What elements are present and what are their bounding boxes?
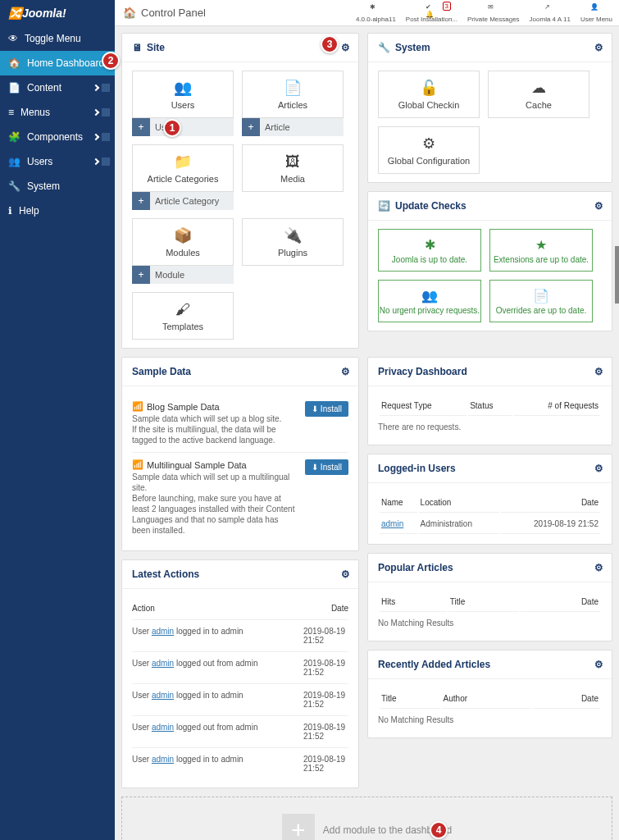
th: Date — [501, 493, 600, 513]
action-text: User admin logged in to admin — [132, 691, 244, 709]
quickadd-module[interactable]: +Module — [132, 266, 234, 284]
gear-icon[interactable]: ⚙ — [594, 659, 603, 670]
th: Name — [380, 493, 417, 513]
add-module-button[interactable]: + Add module to the dashboard 4 — [121, 797, 612, 840]
plus-icon: + — [282, 814, 315, 840]
sidebar-item-content[interactable]: 📄Content — [0, 75, 115, 100]
tile-icon: 📦 — [174, 226, 192, 244]
tile-users[interactable]: 👥Users — [132, 71, 234, 118]
user-link[interactable]: admin — [152, 691, 174, 700]
action-date: 2019-08-19 21:52 — [303, 659, 348, 677]
top-icon-label: Joomla 4 A 11 — [530, 16, 571, 23]
sidebar-item-label: Content — [27, 82, 61, 94]
top-icon-label: User Menu — [580, 16, 612, 23]
sidebar-item-toggle-menu[interactable]: 👁Toggle Menu — [0, 26, 115, 51]
tile-label: Article Categories — [148, 174, 219, 184]
quickadd-article[interactable]: +Article — [242, 118, 344, 136]
gear-icon[interactable]: ⚙ — [341, 568, 350, 580]
sidebar-item-menus[interactable]: ≡Menus — [0, 100, 115, 125]
expand-controls[interactable] — [93, 108, 110, 116]
home-icon: 🏠 — [8, 57, 20, 69]
sidebar-item-help[interactable]: ℹHelp — [0, 199, 115, 223]
dashboard-link-icon[interactable] — [102, 133, 110, 141]
status-tile[interactable]: ★Extensions are up to date. — [489, 229, 593, 272]
tile-cache[interactable]: ☁Cache — [488, 71, 589, 118]
gear-icon[interactable]: ⚙ — [594, 366, 603, 377]
tile-label: Articles — [278, 100, 307, 110]
sidebar-item-components[interactable]: 🧩Components — [0, 125, 115, 149]
tile-icon: 🖼 — [285, 153, 300, 171]
user-link[interactable]: admin — [152, 627, 174, 636]
tile-templates[interactable]: 🖌Templates — [132, 292, 234, 340]
gear-icon[interactable]: ⚙ — [341, 366, 350, 377]
gear-icon[interactable]: ⚙ — [594, 42, 603, 53]
user-link[interactable]: admin — [152, 659, 174, 668]
tile-media[interactable]: 🖼Media — [242, 144, 344, 192]
tile-global-checkin[interactable]: 🔓Global Checkin — [378, 71, 480, 118]
expand-controls[interactable] — [93, 133, 110, 141]
install-button[interactable]: ⬇ Install — [305, 459, 348, 475]
gear-icon[interactable]: ⚙ — [594, 463, 603, 474]
top-mail-icon[interactable]: ✉Private Messages — [467, 3, 520, 23]
tile-icon: 📁 — [174, 153, 192, 171]
action-date: 2019-08-19 21:52 — [303, 755, 348, 773]
top-joomla-icon[interactable]: ✱4.0.0-alpha11 — [356, 3, 396, 23]
site-tiles: 👥Users+User📄Articles+Article📁Article Cat… — [132, 71, 348, 340]
sidebar-item-users[interactable]: 👥Users — [0, 149, 115, 174]
user-icon: 👤 — [590, 3, 602, 15]
tile-global-configuration[interactable]: ⚙Global Configuration — [378, 126, 480, 174]
top-icon-label: Post Installation... — [406, 16, 457, 23]
tile-article-categories[interactable]: 📁Article Categories — [132, 144, 234, 192]
tile-modules[interactable]: 📦Modules — [132, 218, 234, 266]
sidebar-item-home-dashboard[interactable]: 🏠Home Dashboard — [0, 51, 115, 75]
quickadd-user[interactable]: +User — [132, 118, 234, 136]
top-user-icon[interactable]: 👤User Menu — [580, 3, 612, 23]
updates-card: 🔄 Update Checks ⚙ ✱Joomla is up to date.… — [367, 191, 612, 331]
chevron-right-icon — [93, 84, 99, 91]
sidebar-item-label: Home Dashboard — [27, 57, 104, 69]
chevron-right-icon — [93, 134, 99, 140]
tile-icon: ☁ — [531, 79, 546, 97]
th-title: Title — [380, 689, 440, 709]
privacy-card: Privacy Dashboard ⚙ Request Type Status … — [367, 357, 612, 445]
gear-icon[interactable]: ⚙ — [594, 562, 603, 573]
install-button[interactable]: ⬇ Install — [305, 401, 348, 417]
status-tile[interactable]: 👥No urgent privacy requests. — [378, 280, 481, 322]
tile-plugins[interactable]: 🔌Plugins — [242, 218, 344, 266]
dashboard-link-icon[interactable] — [102, 158, 110, 166]
th-author: Author — [442, 689, 531, 709]
sidebar-item-label: Menus — [20, 107, 50, 118]
sample-row: 📶 Blog Sample DataSample data which will… — [132, 395, 348, 453]
sample-row: 📶 Multilingual Sample DataSample data wh… — [132, 453, 348, 542]
status-tile[interactable]: 📄Overrides are up to date. — [489, 280, 593, 322]
td-location: Administration — [419, 514, 499, 534]
page-title: 🏠 Control Panel — [115, 7, 214, 19]
action-row: User admin logged in to admin2019-08-19 … — [132, 684, 348, 716]
sidebar-item-system[interactable]: 🔧System — [0, 174, 115, 199]
callout-1: 1 — [163, 119, 181, 137]
th-hits: Hits — [380, 592, 447, 612]
user-link[interactable]: admin — [152, 755, 174, 764]
dashboard-link-icon[interactable] — [102, 84, 110, 92]
dashboard-link-icon[interactable] — [102, 108, 110, 116]
user-link[interactable]: admin — [381, 519, 403, 528]
gear-icon[interactable]: ⚙ — [594, 200, 603, 212]
gear-icon[interactable]: ⚙ — [341, 42, 350, 53]
sample-title: 📶 Multilingual Sample Data — [132, 459, 298, 470]
status-tile[interactable]: ✱Joomla is up to date. — [378, 229, 481, 272]
home-icon: 🏠 — [123, 7, 136, 19]
quickadd-article-category[interactable]: +Article Category — [132, 192, 234, 210]
plus-icon: + — [242, 118, 260, 136]
expand-controls[interactable] — [93, 158, 110, 166]
brand-logo[interactable]: 🔀 Joomla! — [0, 0, 115, 26]
tile-label: Global Configuration — [388, 156, 470, 166]
tile-articles[interactable]: 📄Articles — [242, 71, 344, 118]
tile-label: Media — [280, 174, 305, 184]
top-check-bell-icon[interactable]: ✔🔔Post Installation...3 — [406, 3, 457, 23]
status-icon: ✱ — [425, 237, 435, 253]
wifi-icon: 📶 — [132, 401, 143, 412]
expand-controls[interactable] — [93, 84, 110, 92]
top-icon-label: 4.0.0-alpha11 — [356, 16, 396, 23]
user-link[interactable]: admin — [152, 723, 174, 732]
top-external-icon[interactable]: ↗Joomla 4 A 11 — [530, 3, 571, 23]
